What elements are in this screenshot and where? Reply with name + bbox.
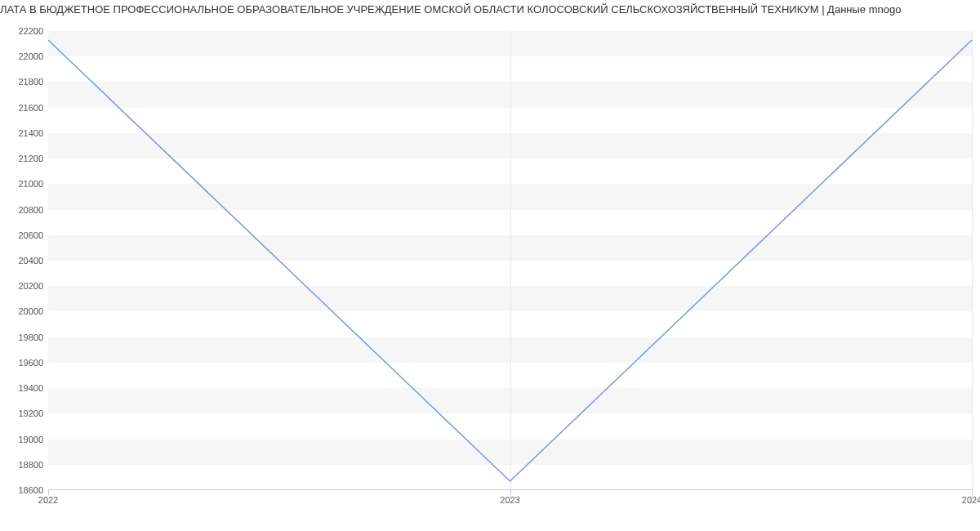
y-tick-label: 18800 (18, 460, 43, 470)
y-tick-label: 20200 (18, 281, 43, 291)
chart-container: ЛАТА В БЮДЖЕТНОЕ ПРОФЕССИОНАЛЬНОЕ ОБРАЗО… (0, 0, 980, 531)
y-tick-label: 19000 (18, 435, 43, 444)
y-tick-label: 21000 (18, 179, 43, 189)
y-tick-label: 21800 (18, 77, 43, 87)
y-tick-label: 19200 (18, 408, 43, 418)
y-tick-label: 20800 (18, 205, 43, 215)
grid-line-vertical (972, 31, 973, 490)
x-tick-label: 2024 (962, 495, 980, 505)
plot-area: 1860018800190001920019400196001980020000… (48, 31, 972, 490)
y-tick-label: 20600 (18, 230, 43, 240)
x-tick-label: 2023 (500, 495, 519, 505)
y-tick-label: 20000 (18, 306, 43, 316)
y-tick-label: 21600 (18, 103, 43, 113)
y-tick-label: 22000 (18, 51, 43, 61)
y-tick-label: 21200 (18, 154, 43, 163)
chart-title: ЛАТА В БЮДЖЕТНОЕ ПРОФЕССИОНАЛЬНОЕ ОБРАЗО… (0, 3, 980, 16)
line-layer (48, 31, 972, 490)
y-tick-label: 20400 (18, 256, 43, 266)
y-tick-label: 18600 (18, 485, 43, 495)
y-tick-label: 22200 (18, 26, 43, 36)
series-line (48, 40, 972, 481)
x-tick-label: 2022 (38, 495, 58, 505)
y-tick-label: 19600 (18, 358, 43, 368)
y-tick-label: 19400 (18, 383, 43, 393)
y-tick-label: 19800 (18, 332, 43, 342)
y-tick-label: 21400 (18, 128, 43, 138)
